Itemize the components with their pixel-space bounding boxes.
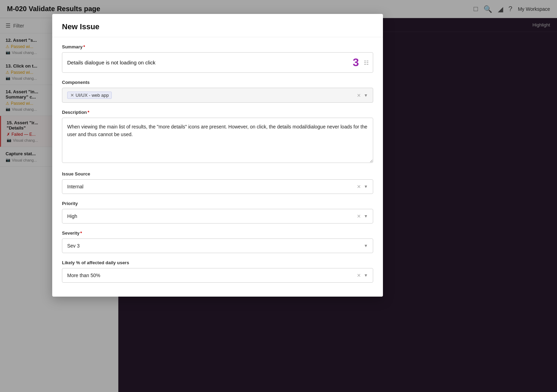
- priority-label: Priority: [62, 201, 373, 206]
- issue-source-label: Issue Source: [62, 171, 373, 177]
- affected-users-actions: ✕ ▼: [357, 273, 368, 278]
- priority-actions: ✕ ▼: [357, 213, 368, 219]
- description-label: Description*: [62, 110, 373, 115]
- components-label: Components: [62, 80, 373, 85]
- modal-title: New Issue: [62, 22, 373, 31]
- components-clear-icon[interactable]: ✕: [357, 93, 361, 98]
- affected-users-select[interactable]: More than 50% ✕ ▼: [62, 268, 373, 283]
- issue-source-actions: ✕ ▼: [357, 184, 368, 189]
- affected-users-chevron-icon[interactable]: ▼: [364, 273, 368, 278]
- severity-select[interactable]: Sev 3 ▼: [62, 238, 373, 253]
- severity-value: Sev 3: [67, 243, 80, 249]
- priority-value: High: [67, 213, 357, 219]
- summary-counter: 3: [353, 56, 359, 69]
- description-required: *: [88, 110, 89, 115]
- issue-source-clear-icon[interactable]: ✕: [357, 184, 361, 189]
- severity-required: *: [80, 230, 82, 236]
- severity-group: Severity* Sev 3 ▼: [62, 230, 373, 253]
- priority-chevron-icon[interactable]: ▼: [364, 214, 368, 219]
- issue-source-value: Internal: [67, 184, 357, 189]
- components-group: Components ✕ UI/UX - web app ✕ ▼: [62, 80, 373, 103]
- summary-input-wrapper[interactable]: Details dialogue is not loading on click…: [62, 52, 373, 73]
- tag-remove-icon[interactable]: ✕: [70, 93, 74, 98]
- priority-group: Priority High ✕ ▼: [62, 201, 373, 224]
- summary-format-icon: ☷: [364, 59, 369, 66]
- components-select[interactable]: ✕ UI/UX - web app ✕ ▼: [62, 88, 373, 103]
- description-group: Description*: [62, 110, 373, 164]
- affected-users-value: More than 50%: [67, 273, 357, 278]
- severity-chevron-icon[interactable]: ▼: [364, 243, 368, 248]
- affected-users-clear-icon[interactable]: ✕: [357, 273, 361, 278]
- modal-header: New Issue: [52, 14, 383, 37]
- summary-required: *: [83, 44, 85, 49]
- components-chevron-icon[interactable]: ▼: [364, 93, 368, 98]
- components-select-left: ✕ UI/UX - web app: [67, 92, 112, 99]
- summary-group: Summary* Details dialogue is not loading…: [62, 44, 373, 73]
- priority-clear-icon[interactable]: ✕: [357, 213, 361, 219]
- priority-select[interactable]: High ✕ ▼: [62, 209, 373, 224]
- components-select-actions: ✕ ▼: [357, 93, 368, 98]
- issue-source-chevron-icon[interactable]: ▼: [364, 184, 368, 189]
- affected-users-label: Likely % of affected daily users: [62, 260, 373, 265]
- severity-label: Severity*: [62, 230, 373, 236]
- issue-source-select[interactable]: Internal ✕ ▼: [62, 179, 373, 194]
- issue-source-group: Issue Source Internal ✕ ▼: [62, 171, 373, 194]
- summary-label: Summary*: [62, 44, 373, 49]
- description-textarea[interactable]: [62, 118, 373, 163]
- new-issue-modal: New Issue Summary* Details dialogue is n…: [52, 14, 383, 297]
- summary-input[interactable]: Details dialogue is not loading on click: [67, 60, 348, 65]
- component-tag-uiux: ✕ UI/UX - web app: [67, 92, 112, 99]
- modal-body: Summary* Details dialogue is not loading…: [52, 37, 383, 297]
- affected-users-group: Likely % of affected daily users More th…: [62, 260, 373, 283]
